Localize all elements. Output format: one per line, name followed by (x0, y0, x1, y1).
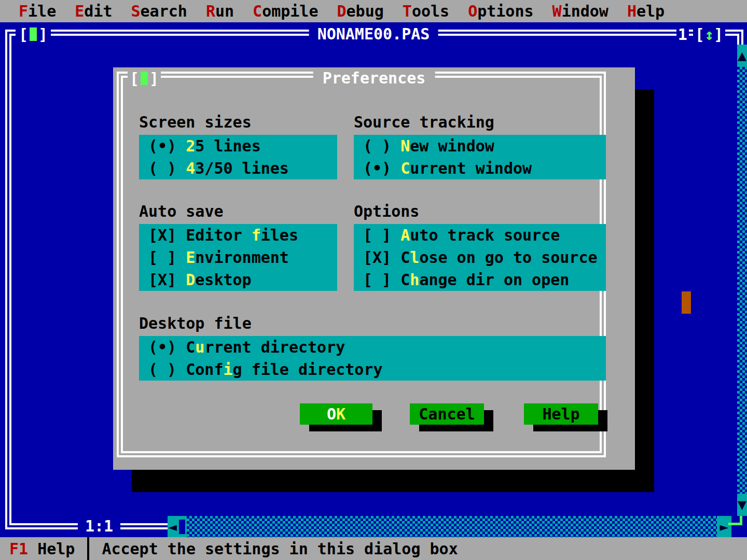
menu-item-help[interactable]: Help (627, 2, 665, 20)
status-bar: F1 Help Accept the settings in this dial… (0, 537, 747, 560)
dialog-close-button[interactable]: [] (128, 68, 161, 89)
menu-item-window[interactable]: Window (552, 2, 608, 20)
window-controls: 1 [↕] (676, 24, 725, 44)
checkbox-environment[interactable]: [ ] Environment (139, 246, 337, 269)
checkbox-auto-track-source[interactable]: [ ] Auto track source (354, 224, 606, 246)
radio-current-window[interactable]: (•) Current window (354, 157, 606, 179)
auto-save-group: [X] Editor files [ ] Environment [X] Des… (139, 224, 337, 291)
dialog-title: Preferences (313, 68, 435, 89)
menu-item-search[interactable]: Search (131, 2, 187, 20)
vertical-scrollbar[interactable]: ▲ ▼ (737, 45, 747, 516)
scroll-right-icon[interactable]: ► (717, 516, 731, 538)
options-group: [ ] Auto track source [X] Close on go to… (354, 224, 606, 291)
menu-item-edit[interactable]: Edit (75, 2, 112, 20)
statusbar-divider (87, 537, 89, 560)
cancel-button-wrap: Cancel (410, 403, 484, 425)
radio-new-window[interactable]: ( ) New window (354, 135, 606, 157)
radio-config-file-directory[interactable]: ( ) Config file directory (139, 358, 606, 381)
auto-save-label: Auto save (139, 200, 224, 222)
scroll-down-icon[interactable]: ▼ (737, 494, 747, 516)
mouse-block (682, 291, 691, 314)
desktop-file-group: (•) Current directory ( ) Config file di… (139, 336, 606, 381)
menu-bar: File Edit Search Run Compile Debug Tools… (0, 0, 747, 22)
menu-item-debug[interactable]: Debug (337, 2, 384, 20)
horizontal-scrollbar-track[interactable] (187, 516, 717, 538)
window-zoom-button[interactable]: [↕] (693, 25, 725, 44)
desktop-file-label: Desktop file (139, 312, 252, 334)
cursor-position-indicator: 1:1 (78, 515, 120, 538)
screen-sizes-group: (•) 25 lines ( ) 43/50 lines (139, 135, 337, 179)
menu-item-options[interactable]: Options (468, 2, 533, 20)
dialog-close-icon (141, 72, 148, 85)
help-button[interactable]: Help (524, 403, 598, 425)
statusbar-message: Accept the settings in this dialog box (102, 540, 458, 558)
radio-25-lines[interactable]: (•) 25 lines (139, 135, 337, 157)
radio-current-directory[interactable]: (•) Current directory (139, 336, 606, 358)
statusbar-f1-label[interactable]: Help (37, 540, 75, 558)
h-scrollbar-thumb[interactable] (177, 516, 187, 538)
window-number: 1 (676, 25, 689, 44)
cancel-button[interactable]: Cancel (410, 403, 484, 425)
ok-button[interactable]: OK (300, 403, 372, 425)
window-zoom-icon: ↕ (704, 25, 714, 44)
vertical-scrollbar-track[interactable] (737, 67, 747, 494)
menu-item-compile[interactable]: Compile (253, 2, 318, 20)
checkbox-close-on-go-to-source[interactable]: [X] Close on go to source (354, 246, 606, 269)
ok-button-wrap: OK (300, 403, 372, 425)
options-label: Options (354, 200, 419, 222)
scroll-up-icon[interactable]: ▲ (737, 45, 747, 67)
source-tracking-group: ( ) New window (•) Current window (354, 135, 606, 179)
window-close-icon (30, 27, 37, 41)
resize-corner-icon[interactable] (740, 516, 742, 525)
corner-patch (729, 516, 747, 538)
screen-sizes-label: Screen sizes (139, 111, 252, 133)
checkbox-change-dir-on-open[interactable]: [ ] Change dir on open (354, 269, 606, 291)
menu-item-file[interactable]: File (19, 2, 56, 20)
menu-item-tools[interactable]: Tools (403, 2, 449, 20)
radio-43-50-lines[interactable]: ( ) 43/50 lines (139, 157, 337, 179)
window-close-button[interactable]: [] (16, 24, 51, 44)
statusbar-f1-key[interactable]: F1 (9, 540, 28, 558)
horizontal-scrollbar[interactable]: ◄ ► (168, 516, 731, 538)
menu-item-run[interactable]: Run (206, 2, 234, 20)
help-button-wrap: Help (524, 403, 598, 425)
source-tracking-label: Source tracking (354, 111, 494, 133)
ide-screen: File Edit Search Run Compile Debug Tools… (0, 0, 747, 560)
checkbox-desktop[interactable]: [X] Desktop (139, 269, 337, 291)
window-title: NONAME00.PAS (309, 24, 438, 44)
scroll-left-icon[interactable]: ◄ (168, 516, 177, 538)
checkbox-editor-files[interactable]: [X] Editor files (139, 224, 337, 246)
preferences-dialog: [] Preferences Screen sizes (•) 25 lines… (113, 67, 635, 470)
